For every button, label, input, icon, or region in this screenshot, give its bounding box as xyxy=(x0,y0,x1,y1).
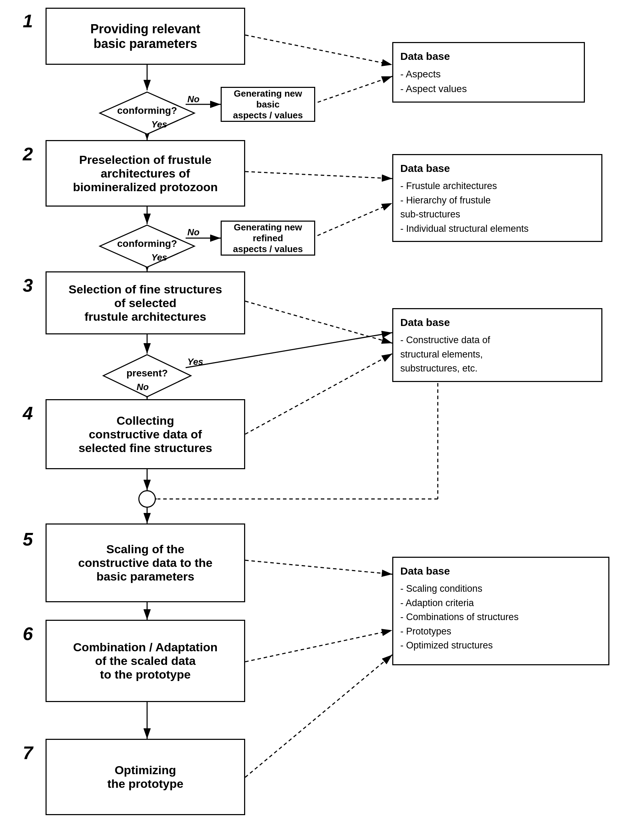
circle-connector xyxy=(138,490,156,508)
diamond-1-no: No xyxy=(188,94,200,105)
db1-item1: - Aspects xyxy=(400,67,577,82)
svg-text:present?: present? xyxy=(127,368,168,379)
db3-item2: structural elements, xyxy=(400,347,595,362)
db4-item1: - Scaling conditions xyxy=(400,581,601,596)
svg-line-24 xyxy=(245,630,392,662)
step-5-number: 5 xyxy=(23,529,33,550)
db3-item3: substructures, etc. xyxy=(400,361,595,376)
db2-item3: sub-structures xyxy=(400,207,595,222)
step-3-label: Selection of fine structures of selected… xyxy=(69,283,222,324)
db4-item2: - Adaption criteria xyxy=(400,596,601,610)
step-4-label: Collecting constructive data of selected… xyxy=(78,414,212,455)
diamond-2: conforming? xyxy=(98,224,196,269)
svg-line-18 xyxy=(245,301,392,343)
db3-item1: - Constructive data of xyxy=(400,333,595,347)
step-7-box: Optimizing the prototype xyxy=(46,739,245,815)
svg-text:conforming?: conforming? xyxy=(117,105,177,116)
database-3: Data base - Constructive data of structu… xyxy=(392,308,602,382)
svg-line-5 xyxy=(312,76,392,104)
flowchart: Providing relevant basic parameters 1 co… xyxy=(0,0,622,840)
gen-box-2-label: Generating new refined aspects / values xyxy=(229,222,307,254)
step-7-number: 7 xyxy=(23,742,33,763)
gen-box-1-label: Generating new basic aspects / values xyxy=(229,88,307,121)
step-3-number: 3 xyxy=(23,275,33,296)
diamond-1: conforming? xyxy=(98,90,196,136)
diamond-3-yes: Yes xyxy=(188,356,203,367)
step-5-label: Scaling of the constructive data to the … xyxy=(78,542,213,583)
database-2: Data base - Frustule architectures - Hie… xyxy=(392,154,602,242)
svg-line-6 xyxy=(245,35,392,65)
step-2-box: Preselection of frustule architectures o… xyxy=(46,140,245,207)
db2-item4: - Individual structural elements xyxy=(400,222,595,236)
gen-box-2: Generating new refined aspects / values xyxy=(221,221,315,256)
svg-line-25 xyxy=(245,655,392,777)
db4-item3: - Combinations of structures xyxy=(400,610,601,624)
step-6-number: 6 xyxy=(23,623,33,644)
db1-item2: - Aspect values xyxy=(400,82,577,96)
db4-title: Data base xyxy=(400,563,601,579)
diamond-3-no: No xyxy=(137,382,149,393)
step-3-box: Selection of fine structures of selected… xyxy=(46,271,245,335)
svg-line-22 xyxy=(245,560,392,574)
svg-line-20 xyxy=(245,354,392,434)
svg-text:conforming?: conforming? xyxy=(117,238,177,249)
step-4-number: 4 xyxy=(23,403,33,424)
db2-item2: - Hierarchy of frustule xyxy=(400,193,595,208)
db2-item1: - Frustule architectures xyxy=(400,179,595,193)
step-1-label: Providing relevant basic parameters xyxy=(90,22,200,51)
step-7-label: Optimizing the prototype xyxy=(107,763,183,791)
gen-box-1: Generating new basic aspects / values xyxy=(221,87,315,122)
step-1-number: 1 xyxy=(23,11,33,32)
diamond-1-yes: Yes xyxy=(151,119,167,130)
step-2-number: 2 xyxy=(23,143,33,164)
database-1: Data base - Aspects - Aspect values xyxy=(392,42,585,103)
diamond-2-no: No xyxy=(188,227,200,238)
step-2-label: Preselection of frustule architectures o… xyxy=(73,153,218,194)
db4-item4: - Prototypes xyxy=(400,624,601,639)
diamond-2-yes: Yes xyxy=(151,252,167,263)
step-1-box: Providing relevant basic parameters xyxy=(46,8,245,65)
step-6-label: Combination / Adaptation of the scaled d… xyxy=(73,641,218,682)
db4-item5: - Optimized structures xyxy=(400,638,601,653)
db2-title: Data base xyxy=(400,160,595,176)
database-4: Data base - Scaling conditions - Adaptio… xyxy=(392,557,610,665)
step-5-box: Scaling of the constructive data to the … xyxy=(46,523,245,602)
step-4-box: Collecting constructive data of selected… xyxy=(46,399,245,469)
svg-line-10 xyxy=(312,203,392,238)
db3-title: Data base xyxy=(400,314,595,330)
db1-title: Data base xyxy=(400,48,577,64)
step-6-box: Combination / Adaptation of the scaled d… xyxy=(46,620,245,702)
svg-line-13 xyxy=(186,333,392,368)
svg-line-11 xyxy=(245,172,392,178)
